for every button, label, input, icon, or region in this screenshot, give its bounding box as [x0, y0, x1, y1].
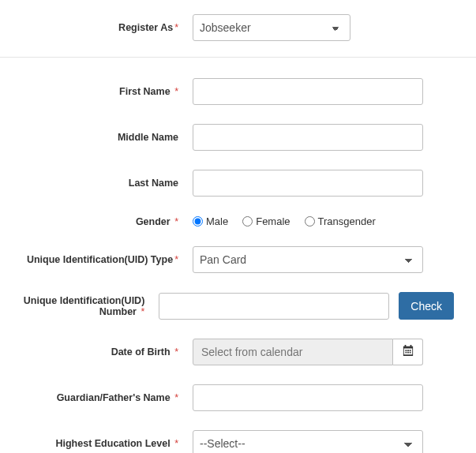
gender-transgender-radio[interactable]: [305, 216, 315, 226]
first-name-label: First Name *: [0, 86, 193, 97]
guardian-input[interactable]: [193, 384, 423, 411]
register-as-select[interactable]: Jobseeker: [193, 14, 350, 41]
middle-name-label: Middle Name: [0, 132, 193, 143]
gender-transgender-option[interactable]: Transgender: [305, 215, 376, 227]
uid-number-input[interactable]: [159, 293, 389, 320]
gender-label: Gender *: [0, 216, 193, 227]
dob-input[interactable]: [193, 339, 393, 365]
last-name-input[interactable]: [193, 170, 423, 197]
gender-female-option[interactable]: Female: [242, 215, 290, 227]
check-button[interactable]: Check: [399, 292, 454, 320]
uid-type-select[interactable]: Pan Card: [193, 246, 423, 273]
gender-female-radio[interactable]: [242, 216, 253, 226]
gender-female-text: Female: [256, 215, 290, 227]
education-label: Highest Education Level *: [0, 438, 193, 449]
first-name-input[interactable]: [193, 78, 423, 105]
uid-number-label: Unique Identification(UID) Number *: [0, 295, 159, 317]
guardian-label: Guardian/Father's Name *: [0, 392, 193, 403]
calendar-button[interactable]: [393, 339, 423, 365]
last-name-label: Last Name: [0, 178, 193, 189]
uid-type-label: Unique Identification(UID) Type*: [0, 254, 193, 265]
register-as-label: Register As*: [0, 22, 193, 33]
middle-name-input[interactable]: [193, 124, 423, 151]
dob-label: Date of Birth *: [0, 346, 193, 358]
gender-male-text: Male: [206, 215, 228, 227]
calendar-icon: [403, 345, 414, 359]
gender-male-option[interactable]: Male: [193, 215, 228, 227]
gender-male-radio[interactable]: [193, 216, 203, 226]
education-select[interactable]: --Select--: [193, 430, 423, 453]
gender-transgender-text: Transgender: [318, 215, 376, 227]
